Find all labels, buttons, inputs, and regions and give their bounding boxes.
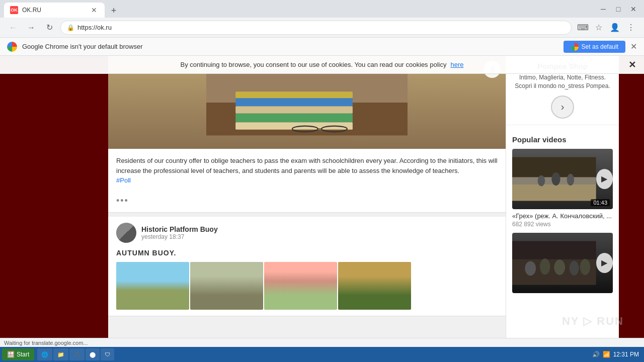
post-author[interactable]: Historic Platform Buoy — [141, 225, 498, 233]
title-bar: OK OK.RU ✕ + ─ □ ✕ — [0, 0, 644, 18]
address-bar: ← → ↻ 🔒 https://ok.ru ⌨ ☆ 👤 ⋮ — [0, 18, 644, 38]
taskbar-items: 🌐 📁 🎵 ⬤ 🛡 — [37, 348, 591, 360]
close-button[interactable]: ✕ — [627, 3, 640, 16]
url-text: https://ok.ru — [77, 24, 565, 31]
tab-bar: OK OK.RU ✕ + — [4, 0, 593, 18]
translate-button[interactable]: ⌨ — [576, 21, 590, 35]
tray-icons: 🔊 📶 — [592, 351, 610, 358]
ad-text: Intimo, Maglieria, Notte, Fitness. Scopr… — [512, 73, 613, 90]
url-input[interactable]: 🔒 https://ok.ru — [60, 21, 572, 35]
post-meta: Historic Platform Buoy yesterday 18:37 — [141, 225, 498, 240]
bookmark-button[interactable]: ☆ — [592, 21, 606, 35]
left-sidebar — [0, 56, 108, 362]
popular-videos-section: Popular videos — [506, 129, 619, 302]
video-background-2: ▶ — [512, 233, 613, 293]
play-button-2[interactable]: ▶ — [596, 253, 613, 273]
cookie-bar: By continuing to browse, you consent to … — [0, 56, 644, 74]
cookie-close-button[interactable]: ✕ — [628, 59, 636, 70]
video-scene-1 — [512, 149, 596, 209]
post-card-2: Historic Platform Buoy yesterday 18:37 A… — [108, 217, 506, 316]
photo-thumb-2[interactable] — [190, 262, 263, 310]
start-text: Start — [17, 351, 29, 358]
taskbar-right: 🔊 📶 12:31 PM — [592, 351, 642, 358]
svg-point-19 — [540, 258, 550, 275]
status-text: Waiting for translate.google.com... — [4, 340, 88, 346]
post-card-1: ⇧ Residents of our country offer to obli… — [108, 56, 506, 213]
notification-text: Google Chrome isn't your default browser — [22, 43, 558, 50]
popular-videos-title: Popular videos — [512, 135, 613, 144]
video-title-1: «Грех» (реж. А. Кончаловский, ... — [512, 212, 613, 220]
set-default-button[interactable]: Set as default — [564, 41, 625, 53]
svg-rect-4 — [235, 106, 353, 114]
right-dark-side — [619, 56, 644, 362]
svg-point-15 — [567, 173, 574, 185]
svg-rect-2 — [235, 92, 353, 98]
taskbar-chrome-icon[interactable]: ⬤ — [86, 348, 100, 360]
tab-title: OK.RU — [22, 7, 86, 14]
set-default-label: Set as default — [582, 43, 618, 50]
status-bar: Waiting for translate.google.com... — [0, 338, 644, 347]
post-photos — [108, 262, 506, 316]
post-header: Historic Platform Buoy yesterday 18:37 — [108, 217, 506, 247]
svg-rect-11 — [512, 183, 596, 201]
svg-point-21 — [570, 260, 579, 275]
ad-button[interactable]: › — [551, 96, 574, 119]
post-text-1: Residents of our country offer to oblige… — [108, 149, 506, 193]
avatar-image — [116, 223, 136, 243]
taskbar-clock: 12:31 PM — [613, 351, 642, 358]
menu-button[interactable]: ⋮ — [624, 21, 638, 35]
video-duration-1: 01:43 — [591, 199, 610, 206]
svg-point-20 — [554, 259, 565, 275]
svg-point-14 — [551, 172, 560, 186]
tab-favicon: OK — [10, 6, 18, 14]
video-thumb-2[interactable]: ▶ — [512, 233, 613, 293]
svg-rect-5 — [235, 113, 353, 122]
post-tag[interactable]: #Poll — [116, 176, 131, 184]
post-title: AUTUMN BUOY. — [108, 247, 506, 262]
taskbar-ie-icon[interactable]: 🌐 — [37, 348, 52, 360]
new-tab-button[interactable]: + — [107, 4, 121, 18]
taskbar-media-icon[interactable]: 🎵 — [69, 348, 85, 360]
notification-close-button[interactable]: ✕ — [630, 42, 637, 51]
cookie-text: By continuing to browse, you consent to … — [180, 61, 446, 68]
photo-thumb-4[interactable] — [338, 262, 411, 310]
svg-point-18 — [525, 261, 536, 276]
post-dots[interactable]: ••• — [108, 193, 506, 212]
reload-button[interactable]: ↻ — [42, 21, 56, 35]
main-feed: ⇧ Residents of our country offer to obli… — [108, 56, 506, 362]
tab-close-button[interactable]: ✕ — [90, 6, 99, 15]
post-body-text: Residents of our country offer to oblige… — [116, 157, 498, 174]
active-tab[interactable]: OK OK.RU ✕ — [4, 3, 105, 18]
maximize-button[interactable]: □ — [612, 3, 625, 16]
svg-point-13 — [538, 175, 545, 186]
tray-network-icon: 🔊 — [592, 351, 600, 358]
chrome-icon — [571, 43, 579, 51]
avatar — [116, 223, 136, 243]
video-scene-2 — [512, 233, 596, 293]
video-thumb-1[interactable]: ▶ 01:43 — [512, 149, 613, 209]
start-label: 🪟 — [7, 351, 15, 358]
tray-volume-icon: 📶 — [603, 351, 610, 358]
page-content: ⇧ Residents of our country offer to obli… — [0, 56, 644, 362]
profile-button[interactable]: 👤 — [608, 21, 622, 35]
right-sidebar: Pompea Shop Intimo, Maglieria, Notte, Fi… — [506, 56, 619, 362]
taskbar-security-icon[interactable]: 🛡 — [101, 348, 114, 360]
back-button[interactable]: ← — [6, 21, 20, 35]
play-button-1[interactable]: ▶ — [596, 169, 613, 189]
chrome-logo-icon — [7, 42, 17, 52]
photo-thumb-1[interactable] — [116, 262, 189, 310]
video-views-1: 682 892 views — [512, 221, 613, 228]
forward-button[interactable]: → — [24, 21, 38, 35]
taskbar-folder-icon[interactable]: 📁 — [53, 348, 68, 360]
post-time: yesterday 18:37 — [141, 233, 498, 240]
notification-bar: Google Chrome isn't your default browser… — [0, 38, 644, 56]
photo-thumb-3[interactable] — [264, 262, 337, 310]
svg-point-22 — [580, 259, 590, 275]
address-actions: ⌨ ☆ 👤 ⋮ — [576, 21, 638, 35]
start-button[interactable]: 🪟 Start — [2, 348, 34, 360]
svg-rect-3 — [235, 98, 353, 106]
window-controls: ─ □ ✕ — [597, 3, 640, 16]
minimize-button[interactable]: ─ — [597, 3, 610, 16]
lock-icon: 🔒 — [67, 24, 74, 31]
cookie-policy-link[interactable]: here — [450, 61, 463, 68]
